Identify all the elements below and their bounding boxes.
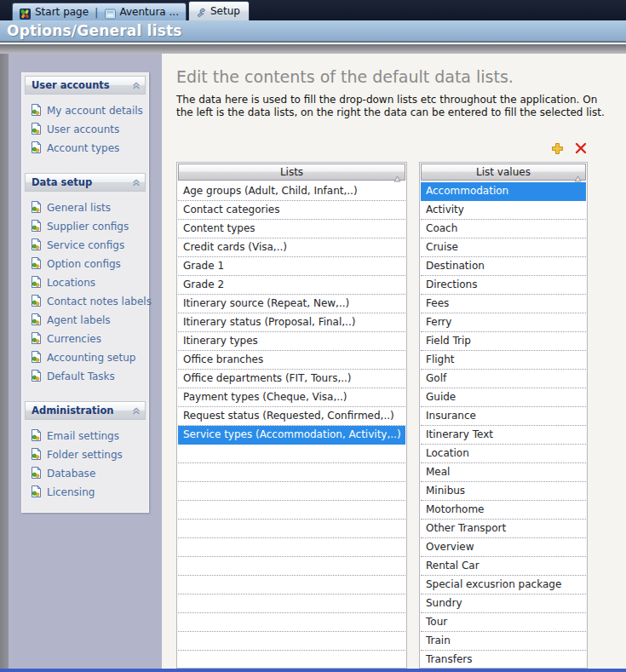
collapse-chevron-icon[interactable] [132, 175, 141, 191]
collapse-chevron-icon[interactable] [132, 78, 141, 94]
list-row[interactable]: Service types (Accommodation, Activity,.… [178, 426, 405, 445]
list-row-empty[interactable] [178, 445, 405, 463]
sidebar-item-default-tasks[interactable]: Default Tasks [30, 367, 146, 386]
page-icon [30, 200, 42, 216]
list-row-empty[interactable] [178, 482, 405, 501]
sidebar-item-accounting-setup[interactable]: Accounting setup [30, 348, 146, 367]
sidebar-item-label: Default Tasks [47, 370, 115, 382]
value-row[interactable]: Other Transport [421, 520, 586, 538]
value-row[interactable]: Guide [421, 388, 586, 407]
list-row[interactable]: Grade 2 [178, 276, 405, 295]
list-row[interactable]: Credit cards (Visa,..) [178, 238, 405, 257]
page-title-bar: Options/General lists [0, 20, 626, 43]
list-row[interactable]: Itinerary status (Proposal, Final,..) [178, 313, 405, 332]
list-row[interactable]: Age groups (Adult, Child, Infant,..) [178, 182, 405, 201]
list-row-empty[interactable] [178, 632, 405, 651]
value-row[interactable]: Special excusrion package [421, 576, 586, 594]
sidebar-item-currencies[interactable]: Currencies [30, 330, 146, 348]
sidebar-item-label: Folder settings [47, 449, 123, 461]
list-row[interactable]: Office branches [178, 351, 405, 370]
list-row[interactable]: Contact categories [178, 201, 405, 220]
page-icon [30, 141, 42, 157]
wrench-icon [195, 6, 206, 17]
value-row[interactable]: Directions [421, 276, 586, 295]
value-row[interactable]: Sundry [421, 594, 586, 613]
sidebar-item-option-configs[interactable]: Option configs [30, 255, 146, 273]
sidebar-item-licensing[interactable]: Licensing [30, 483, 146, 502]
value-row[interactable]: Location [421, 445, 586, 463]
sidebar-item-my-account-details[interactable]: My account details [30, 101, 146, 120]
value-row[interactable]: Golf [421, 370, 586, 388]
value-row[interactable]: Coach [421, 220, 586, 238]
value-row[interactable]: Transfers [421, 651, 586, 668]
value-row[interactable]: Accommodation [421, 182, 586, 201]
sidebar-item-folder-settings[interactable]: Folder settings [30, 445, 146, 464]
list-row[interactable]: Itinerary source (Repeat, New,..) [178, 295, 405, 313]
list-row-empty[interactable] [178, 576, 405, 594]
list-values-header-label: List values [476, 166, 531, 178]
add-value-button[interactable] [549, 141, 565, 156]
value-row[interactable]: Cruise [421, 238, 586, 257]
delete-value-button[interactable] [573, 141, 589, 156]
list-row-empty[interactable] [178, 557, 405, 576]
value-row[interactable]: Overview [421, 538, 586, 557]
tab-setup[interactable]: Setup [188, 1, 250, 20]
sidebar-item-database[interactable]: Database [30, 464, 146, 483]
sidebar-item-contact-notes-labels[interactable]: Contact notes labels [30, 292, 146, 311]
sidebar-section-header[interactable]: User accounts [25, 76, 146, 95]
list-row-empty[interactable] [178, 594, 405, 613]
list-row[interactable]: Office departments (FIT, Tours,..) [178, 370, 405, 388]
value-row[interactable]: Motorhome [421, 501, 586, 520]
tab-aventura[interactable]: Aventura ... [120, 6, 179, 18]
list-row-empty[interactable] [178, 520, 405, 538]
list-row-empty[interactable] [178, 613, 405, 632]
page-icon [30, 275, 42, 291]
list-values-header[interactable]: List values [421, 164, 586, 181]
value-row[interactable]: Train [421, 632, 586, 651]
page-icon [30, 350, 42, 366]
title-shadow [0, 44, 626, 54]
sidebar-item-email-settings[interactable]: Email settings [30, 427, 146, 445]
lists-header[interactable]: Lists [178, 164, 405, 181]
list-row[interactable]: Request status (Requested, Confirmed,..) [178, 407, 405, 426]
page-icon [30, 122, 42, 138]
sidebar-item-supplier-configs[interactable]: Supplier configs [30, 217, 146, 236]
list-row-empty[interactable] [178, 538, 405, 557]
value-row[interactable]: Destination [421, 257, 586, 276]
value-row[interactable]: Activity [421, 201, 586, 220]
list-row[interactable]: Itinerary types [178, 332, 405, 351]
value-row[interactable]: Flight [421, 351, 586, 370]
value-row[interactable]: Ferry [421, 313, 586, 332]
value-row[interactable]: Minibus [421, 482, 586, 501]
sidebar-section-header[interactable]: Data setup [25, 173, 146, 192]
sidebar-section: AdministrationEmail settingsFolder setti… [25, 401, 146, 505]
start-page-icon [20, 7, 31, 18]
value-row[interactable]: Fees [421, 295, 586, 313]
sidebar-item-locations[interactable]: Locations [30, 273, 146, 292]
list-row-empty[interactable] [178, 651, 405, 668]
tab-start-page[interactable]: Start page [35, 6, 89, 18]
sidebar-item-agent-labels[interactable]: Agent labels [30, 311, 146, 330]
sidebar-item-user-accounts[interactable]: User accounts [30, 120, 146, 139]
sidebar-item-general-lists[interactable]: General lists [30, 198, 146, 217]
value-row[interactable]: Meal [421, 463, 586, 482]
sidebar-item-label: My account details [47, 105, 143, 117]
collapse-chevron-icon[interactable] [132, 403, 141, 419]
sidebar-item-service-configs[interactable]: Service configs [30, 236, 146, 255]
value-row[interactable]: Rental Car [421, 557, 586, 576]
sidebar-item-account-types[interactable]: Account types [30, 139, 146, 158]
sidebar-section: Data setupGeneral listsSupplier configsS… [25, 173, 146, 389]
value-row[interactable]: Itinerary Text [421, 426, 586, 445]
value-row[interactable]: Insurance [421, 407, 586, 426]
sidebar-item-label: Service configs [47, 239, 124, 251]
list-row[interactable]: Grade 1 [178, 257, 405, 276]
list-row[interactable]: Payment types (Cheque, Visa,..) [178, 388, 405, 407]
list-row[interactable]: Content types [178, 220, 405, 238]
value-row[interactable]: Field Trip [421, 332, 586, 351]
application-window: Start page | Aventura ... Setup Options/… [0, 0, 626, 672]
list-row-empty[interactable] [178, 463, 405, 482]
list-row-empty[interactable] [178, 501, 405, 520]
sidebar-section-title: User accounts [32, 79, 110, 91]
value-row[interactable]: Tour [421, 613, 586, 632]
sidebar-section-header[interactable]: Administration [25, 401, 146, 420]
